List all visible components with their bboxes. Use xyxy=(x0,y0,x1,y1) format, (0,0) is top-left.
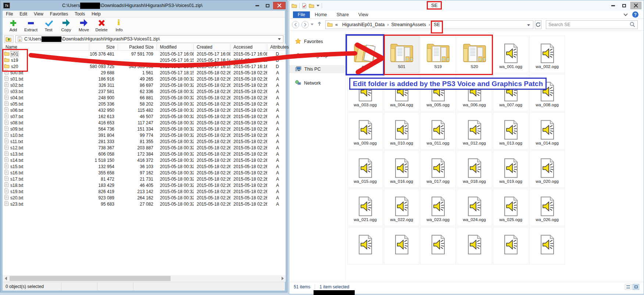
table-row[interactable]: s11.txt281 33381 3552015-05-18 00:322015… xyxy=(3,138,286,145)
minimize-button[interactable] xyxy=(253,2,262,9)
path-dropdown-arrow[interactable] xyxy=(276,38,282,40)
scroll-left-button[interactable] xyxy=(3,275,9,282)
forward-button[interactable] xyxy=(301,21,309,29)
sidebar-item-favorites[interactable]: Favorites xyxy=(289,38,345,46)
close-button[interactable] xyxy=(273,2,286,9)
scroll-right-button[interactable] xyxy=(279,275,286,282)
folder-tile-s01[interactable]: S01 xyxy=(384,36,419,73)
table-row[interactable]: s14.txt1 518 150416 3722015-05-18 00:322… xyxy=(3,157,286,163)
search-box[interactable] xyxy=(546,20,638,29)
menu-edit[interactable]: Edit xyxy=(16,11,31,17)
column-header-size[interactable]: Size xyxy=(89,44,118,50)
close-button[interactable] xyxy=(630,2,641,9)
recent-locations-arrow[interactable] xyxy=(311,24,314,25)
table-row[interactable]: s03.txt237 58162 3362015-05-18 00:322015… xyxy=(3,88,286,95)
folder-icon[interactable] xyxy=(291,3,297,8)
sidebar-item-network[interactable]: Network xyxy=(289,79,345,87)
expand-ribbon-icon[interactable] xyxy=(623,12,627,16)
horizontal-scrollbar[interactable] xyxy=(3,275,286,282)
file-tile-partial[interactable] xyxy=(420,227,456,264)
tab-view[interactable]: View xyxy=(354,11,373,18)
table-row[interactable]: s13.txt606 058172 3842015-05-18 00:32201… xyxy=(3,151,286,157)
table-row[interactable]: s01105 376 48197 591 7092015-05-17 16:08… xyxy=(3,51,286,57)
refresh-button[interactable] xyxy=(535,20,541,29)
help-button[interactable]: ? xyxy=(632,11,638,18)
breadcrumb-overflow[interactable]: « xyxy=(333,22,340,27)
file-tile[interactable]: wa_001.ogg xyxy=(493,36,529,73)
scrollbar-thumb[interactable] xyxy=(10,276,171,281)
menu-view[interactable]: View xyxy=(31,11,47,17)
table-row[interactable]: s02.txt326 31186 6972015-05-18 00:322015… xyxy=(3,82,286,88)
file-tile[interactable]: wa_024.ogg xyxy=(457,189,492,226)
menu-file[interactable]: File xyxy=(3,11,16,17)
file-tile[interactable]: wa_014.ogg xyxy=(529,112,565,150)
properties-icon[interactable] xyxy=(302,3,307,8)
table-row[interactable]: s20580 093 725543 383 9662015-05-17 16:1… xyxy=(3,63,286,70)
table-row[interactable]: s01.txt186 91649 2652015-05-18 00:322015… xyxy=(3,76,286,82)
file-tile[interactable]: wa_010.ogg xyxy=(384,112,419,150)
file-tile[interactable]: wa_013.ogg xyxy=(493,112,529,150)
file-tile[interactable]: wa_015.ogg xyxy=(347,150,383,188)
breadcrumb-segment-higurashiep01_data[interactable]: HigurashiEp01_Data xyxy=(340,22,386,27)
file-tile-partial[interactable] xyxy=(529,227,565,264)
tab-share[interactable]: Share xyxy=(332,11,354,18)
column-header-created[interactable]: Created xyxy=(194,44,230,50)
file-tile[interactable]: wa_012.ogg xyxy=(457,112,492,150)
toolbar-copy-button[interactable]: Copy xyxy=(58,19,74,32)
file-tile[interactable]: wa_016.ogg xyxy=(384,150,419,188)
file-tile[interactable]: wa_009.ogg xyxy=(347,112,383,150)
column-header-accessed[interactable]: Accessed xyxy=(230,44,267,50)
details-view-icon[interactable] xyxy=(625,284,632,290)
toolbar-add-button[interactable]: Add xyxy=(6,19,21,32)
folder-tile-s20[interactable]: S20 xyxy=(457,36,492,73)
table-row[interactable]: s09.txt564 736151 3342015-05-18 00:32201… xyxy=(3,126,286,132)
tab-file[interactable]: File xyxy=(293,11,310,18)
7zip-titlebar[interactable]: 7z C:\Users\Downloads\Higurashi\Higurash… xyxy=(0,0,287,11)
file-tile[interactable]: wa_020.ogg xyxy=(529,150,565,188)
table-row[interactable]: s04.txt248 90066 8812015-05-18 00:322015… xyxy=(3,95,286,101)
maximize-button[interactable] xyxy=(619,2,629,9)
address-dropdown-arrow[interactable] xyxy=(527,22,532,27)
toolbar-extract-button[interactable]: Extract xyxy=(23,19,39,32)
menu-favorites[interactable]: Favorites xyxy=(47,11,71,17)
table-row[interactable]: s16.txt355 65897 1622015-05-18 00:322015… xyxy=(3,170,286,176)
maximize-button[interactable] xyxy=(263,2,272,9)
table-row[interactable]: s12.txt738 367203 8872015-05-18 00:32201… xyxy=(3,145,286,151)
customize-toolbar-arrow[interactable] xyxy=(316,5,319,7)
folder-tile-s19[interactable]: S19 xyxy=(420,36,456,73)
column-header-name[interactable]: Name xyxy=(3,44,89,50)
explorer-titlebar[interactable]: SE xyxy=(289,0,644,11)
toolbar-info-button[interactable]: Info xyxy=(111,19,127,32)
column-header-attributes[interactable]: Attributes xyxy=(267,44,283,50)
toolbar-delete-button[interactable]: Delete xyxy=(94,19,109,32)
folder-up-button[interactable] xyxy=(4,35,14,43)
column-header-modified[interactable]: Modified xyxy=(157,44,194,50)
archive-path-input[interactable]: C:\Users\Downloads\Higurashi\HigurashiPS… xyxy=(15,35,283,43)
table-row[interactable]: s06.txt432 950115 4822015-05-18 00:32201… xyxy=(3,107,286,113)
table-row[interactable]: s08.txt416 653117 2472015-05-18 00:32201… xyxy=(3,120,286,126)
file-tile[interactable]: wa_022.ogg xyxy=(384,189,419,226)
table-row[interactable]: s18.txt183 42946 4052015-05-18 00:322015… xyxy=(3,182,286,188)
file-tile[interactable]: wa_019.ogg xyxy=(493,150,529,188)
breadcrumb-segment-streamingassets[interactable]: StreamingAssets xyxy=(389,22,427,27)
table-row[interactable]: s15.txt132 95436 1032015-05-18 00:322015… xyxy=(3,163,286,170)
new-folder-icon[interactable] xyxy=(309,3,314,8)
table-row[interactable]: s19.txt826 419213 1422015-05-18 00:32201… xyxy=(3,188,286,195)
table-row[interactable]: s23.txt95 68327 0822015-05-18 00:322015-… xyxy=(3,201,286,207)
tab-home[interactable]: Home xyxy=(310,11,332,18)
folder-tile-edit[interactable]: edit xyxy=(347,36,383,73)
table-row[interactable]: s00.txt29 6881 5612015-05-17 18:152015-0… xyxy=(3,70,286,76)
file-tile[interactable]: wa_011.ogg xyxy=(420,112,456,150)
table-row[interactable]: s05.txt205 33658 2022015-05-18 00:322015… xyxy=(3,101,286,107)
menu-help[interactable]: Help xyxy=(88,11,104,17)
sidebar-item-this-pc[interactable]: This PC xyxy=(289,65,345,73)
up-button[interactable] xyxy=(315,21,324,28)
file-tile[interactable]: wa_026.ogg xyxy=(529,189,565,226)
table-row[interactable]: s17.txt81 47221 7312015-05-18 00:322015-… xyxy=(3,176,286,182)
file-tile[interactable]: wa_002.ogg xyxy=(529,36,565,73)
file-tile[interactable]: wa_017.ogg xyxy=(420,150,456,188)
file-tile[interactable]: wa_018.ogg xyxy=(457,150,492,188)
file-tile-partial[interactable] xyxy=(384,227,419,264)
file-tile-partial[interactable] xyxy=(493,227,529,264)
toolbar-test-button[interactable]: Test xyxy=(41,19,56,32)
